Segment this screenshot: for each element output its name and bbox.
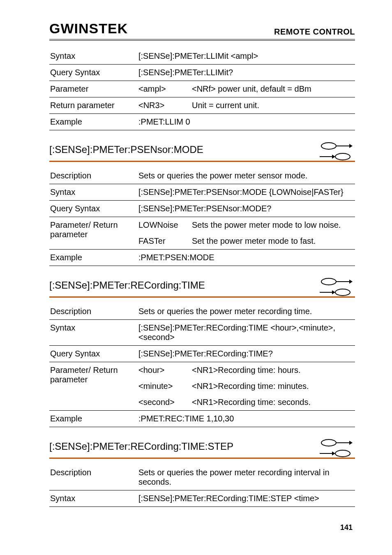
param-hour: <hour> [138, 362, 191, 379]
set-query-icons [320, 439, 355, 458]
param-return-key: Parameter/ Return parameter [49, 217, 138, 250]
syntax-key: Syntax [49, 490, 138, 507]
desc-key: Description [49, 303, 138, 320]
heading-row: [:SENSe]:PMETer:RECording:TIME [49, 278, 355, 296]
heading-recording-time: [:SENSe]:PMETer:RECording:TIME [49, 280, 205, 294]
example-val: :PMET:REC:TIME 1,10,30 [138, 411, 355, 427]
set-query-icons [320, 278, 355, 296]
parameter-name: <ampl> [138, 81, 191, 97]
syntax-key: Syntax [49, 320, 138, 346]
logo: GWINSTEK [49, 21, 128, 37]
example-key: Example [49, 250, 138, 266]
set-arrow-icon [320, 278, 353, 286]
svg-marker-10 [332, 290, 335, 294]
svg-marker-16 [332, 451, 335, 456]
syntax-val: [:SENSe]:PMETer:RECording:TIME:STEP <tim… [138, 490, 355, 507]
heading-underline [49, 161, 355, 162]
desc-key: Description [49, 465, 138, 490]
query-syntax-key: Query Syntax [49, 65, 138, 81]
svg-marker-2 [349, 144, 353, 148]
parameter-key: Parameter [49, 81, 138, 97]
parameter-val: <NRf> power unit, default = dBm [191, 81, 355, 97]
param-lownoise-val: Sets the power meter mode to low noise. [191, 217, 355, 234]
set-arrow-icon [320, 142, 353, 150]
syntax-key: Syntax [49, 184, 138, 201]
query-arrow-icon [320, 449, 353, 458]
example-val: :PMET:LLIM 0 [138, 114, 355, 130]
query-syntax-val: [:SENSe]:PMETer:RECording:TIME? [138, 346, 355, 362]
return-name: <NR3> [138, 97, 191, 114]
set-arrow-icon [320, 439, 353, 447]
heading-underline [49, 458, 355, 459]
return-key: Return parameter [49, 97, 138, 114]
param-lownoise: LOWNoise [138, 217, 191, 234]
page-header: GWINSTEK REMOTE CONTROL [49, 21, 355, 41]
desc-val: Sets or queries the power meter sensor m… [138, 168, 355, 184]
query-arrow-icon [320, 153, 353, 161]
svg-point-11 [335, 289, 350, 296]
svg-point-6 [321, 278, 336, 285]
svg-point-12 [321, 439, 336, 446]
svg-point-17 [335, 450, 350, 457]
query-syntax-key: Query Syntax [49, 346, 138, 362]
page-number: 141 [49, 523, 355, 532]
query-syntax-val: [:SENSe]:PMETer:LLIMit? [138, 65, 355, 81]
desc-val: Sets or queries the power meter recordin… [138, 465, 355, 490]
example-key: Example [49, 411, 138, 427]
spec-table-recording-time: Description Sets or queries the power me… [49, 303, 355, 427]
param-minute: <minute> [138, 378, 191, 394]
svg-marker-4 [332, 155, 335, 159]
svg-marker-8 [349, 280, 353, 284]
logo-text: GWINSTEK [49, 21, 128, 36]
spec-table-psensor: Description Sets or queries the power me… [49, 168, 355, 266]
desc-val: Sets or queries the power meter recordin… [138, 303, 355, 320]
syntax-val: [:SENSe]:PMETer:LLIMit <ampl> [138, 48, 355, 65]
desc-key: Description [49, 168, 138, 184]
heading-psensor-mode: [:SENSe]:PMETer:PSENsor:MODE [49, 144, 203, 159]
spec-table-llimit: Syntax [:SENSe]:PMETer:LLIMit <ampl> Que… [49, 48, 355, 130]
svg-marker-14 [349, 441, 353, 445]
param-minute-val: <NR1>Recording time: minutes. [191, 378, 355, 394]
syntax-val: [:SENSe]:PMETer:PSENsor:MODE {LOWNoise|F… [138, 184, 355, 201]
param-second-val: <NR1>Recording time: seconds. [191, 394, 355, 411]
query-syntax-val: [:SENSe]:PMETer:PSENsor:MODE? [138, 201, 355, 217]
param-faster: FASTer [138, 233, 191, 250]
svg-point-0 [321, 143, 336, 149]
example-key: Example [49, 114, 138, 130]
section-label: REMOTE CONTROL [274, 27, 355, 37]
spec-table-recording-step: Description Sets or queries the power me… [49, 465, 355, 507]
param-faster-val: Set the power meter mode to fast. [191, 233, 355, 250]
heading-row: [:SENSe]:PMETer:RECording:TIME:STEP [49, 439, 355, 458]
svg-point-5 [335, 153, 350, 160]
heading-underline [49, 296, 355, 298]
query-arrow-icon [320, 288, 353, 296]
param-return-key: Parameter/ Return parameter [49, 362, 138, 411]
heading-row: [:SENSe]:PMETer:PSENsor:MODE [49, 142, 355, 161]
param-hour-val: <NR1>Recording time: hours. [191, 362, 355, 379]
syntax-val: [:SENSe]:PMETer:RECording:TIME <hour>,<m… [138, 320, 355, 346]
param-second: <second> [138, 394, 191, 411]
example-val: :PMET:PSEN:MODE [138, 250, 355, 266]
return-val: Unit = current unit. [191, 97, 355, 114]
heading-recording-time-step: [:SENSe]:PMETer:RECording:TIME:STEP [49, 441, 233, 456]
set-query-icons [320, 142, 355, 161]
query-syntax-key: Query Syntax [49, 201, 138, 217]
syntax-key: Syntax [49, 48, 138, 65]
